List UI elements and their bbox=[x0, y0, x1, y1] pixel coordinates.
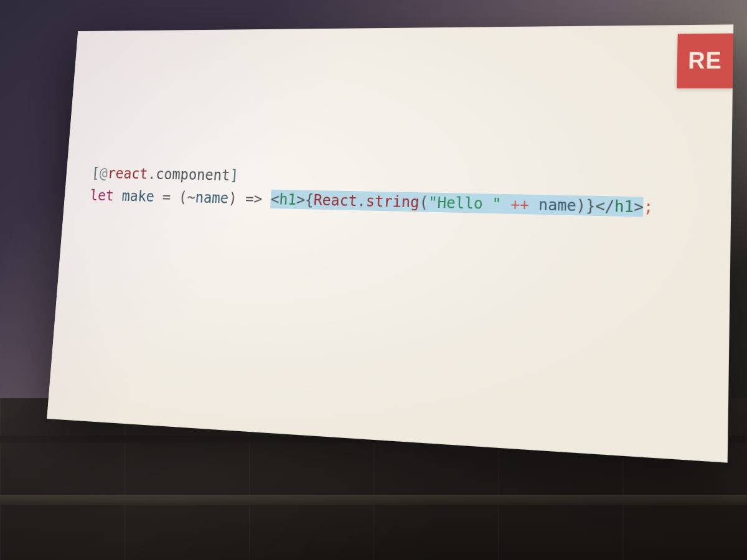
jsx-close-lt: </ bbox=[595, 196, 615, 215]
call-rparen: ) bbox=[576, 196, 586, 215]
decorator-namespace: react bbox=[107, 165, 149, 183]
code-block: [@react.component] let make = (~name) =>… bbox=[89, 162, 654, 219]
ident-make: make bbox=[121, 187, 155, 205]
jsx-open-tag: h1 bbox=[279, 190, 297, 208]
logo-text: RE bbox=[688, 47, 722, 74]
param-name: name bbox=[195, 189, 229, 207]
keyword-let: let bbox=[90, 186, 115, 203]
arg-name: name bbox=[538, 195, 577, 214]
equals: = bbox=[154, 187, 179, 205]
decorator-member: component bbox=[155, 166, 230, 184]
react-namespace: React bbox=[313, 190, 357, 209]
concat-op: ++ bbox=[501, 194, 539, 213]
string-literal: "Hello " bbox=[428, 193, 501, 213]
projection-wrap: RE [@react.component] let make = (~name)… bbox=[0, 0, 747, 560]
react-fn: string bbox=[365, 192, 420, 211]
jsx-close-gt: > bbox=[634, 197, 644, 216]
reasonml-logo: RE bbox=[677, 34, 733, 89]
jsx-close-tag: h1 bbox=[614, 197, 634, 216]
rbrace: } bbox=[586, 196, 596, 215]
semicolon: ; bbox=[643, 197, 653, 217]
arrow: => bbox=[237, 189, 271, 207]
close-bracket: ] bbox=[230, 167, 239, 184]
call-lparen: ( bbox=[419, 193, 429, 211]
react-dot: . bbox=[357, 192, 367, 210]
highlighted-jsx: <h1>{React.string("Hello " ++ name)}</h1… bbox=[270, 189, 644, 217]
presentation-slide: RE [@react.component] let make = (~name)… bbox=[47, 24, 733, 462]
